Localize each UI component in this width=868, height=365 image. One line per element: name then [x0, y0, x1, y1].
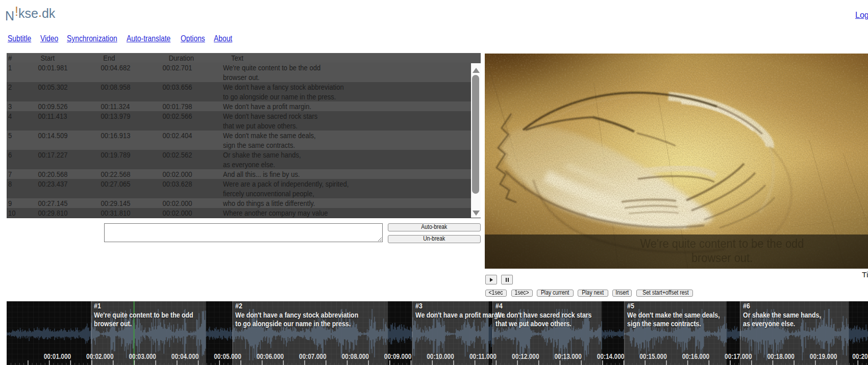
svg-text:00:14.000: 00:14.000 — [597, 352, 625, 360]
svg-text:00:12.000: 00:12.000 — [512, 352, 539, 360]
svg-text:00:19.000: 00:19.000 — [810, 352, 837, 360]
svg-text:00:05.000: 00:05.000 — [214, 352, 241, 360]
svg-text:00:20.000: 00:20.000 — [852, 352, 868, 360]
svg-text:00:01.000: 00:01.000 — [44, 352, 71, 360]
svg-text:00:04.000: 00:04.000 — [171, 352, 199, 360]
svg-text:00:16.000: 00:16.000 — [682, 352, 710, 360]
svg-text:00:17.000: 00:17.000 — [725, 352, 752, 360]
svg-text:00:10.000: 00:10.000 — [427, 352, 454, 360]
svg-text:00:02.000: 00:02.000 — [86, 352, 114, 360]
svg-text:00:11.000: 00:11.000 — [469, 352, 497, 360]
svg-text:00:07.000: 00:07.000 — [299, 352, 327, 360]
svg-text:00:09.000: 00:09.000 — [384, 352, 412, 360]
svg-text:00:18.000: 00:18.000 — [767, 352, 795, 360]
svg-text:00:15.000: 00:15.000 — [639, 352, 667, 360]
svg-text:00:08.000: 00:08.000 — [341, 352, 369, 360]
svg-text:00:03.000: 00:03.000 — [129, 352, 156, 360]
svg-text:00:06.000: 00:06.000 — [257, 352, 284, 360]
svg-text:00:13.000: 00:13.000 — [554, 352, 582, 360]
